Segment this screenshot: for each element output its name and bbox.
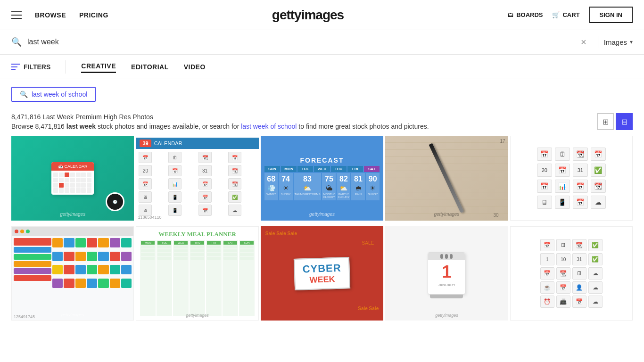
calendar-icons-grid: 39 CALENDAR 📅 🗓 📆 📅 20 📅 31 📆 📅 📊 📅 📆 xyxy=(136,138,258,219)
icon2-item: 📅 xyxy=(540,239,554,251)
cal-icon-item: 📱 xyxy=(168,205,182,216)
cart-link[interactable]: 🛒 CART xyxy=(552,11,579,18)
boards-icon: 🗂 xyxy=(507,11,513,18)
tab-editorial[interactable]: EDITORIAL xyxy=(131,61,169,73)
icon-item: 📅 xyxy=(555,164,570,177)
planner-grid: MON TUE WED THU FRI SAT SUN xyxy=(140,240,254,316)
cal-icon-item: 📅 xyxy=(168,165,182,176)
hamburger-menu[interactable] xyxy=(11,11,22,19)
cal-icon-item: 📅 xyxy=(198,191,212,203)
filters-label: FILTERS xyxy=(24,63,50,71)
image-card-3[interactable]: FORECAST SUN MON TUE WED THU FRI SAT 68💨… xyxy=(261,136,383,221)
search-divider xyxy=(598,35,598,49)
logo: gettyimages xyxy=(272,8,344,23)
view-toggle: ⊞ ⊟ xyxy=(597,113,633,130)
icon2-item: 📅 xyxy=(556,281,570,294)
browse-link[interactable]: BROWSE xyxy=(35,11,66,19)
forecast-title: FORECAST xyxy=(264,156,380,164)
icon2-item: 📆 xyxy=(556,267,570,280)
icon2-item: ✅ xyxy=(588,239,603,251)
icon-item: 📅 xyxy=(573,180,588,193)
grid-view-button[interactable]: ⊞ xyxy=(597,113,614,130)
image-card-5[interactable]: 📅 🗓 📆 📅 20 📅 31 ✅ 📅 📊 📅 📆 🖥 📱 📅 ☁ xyxy=(510,136,633,221)
pricing-link[interactable]: PRICING xyxy=(79,11,108,19)
image-card-9[interactable]: 1 JANUARY gettyimages xyxy=(385,226,508,321)
icon-item: 📅 xyxy=(537,180,552,193)
icon2-item: ☁ xyxy=(588,267,603,280)
icon2-item: ☁ xyxy=(588,296,603,308)
cart-label: CART xyxy=(562,11,579,18)
icon2-item: 📅 xyxy=(540,267,554,280)
desk-calendar: 1 JANUARY xyxy=(428,252,465,295)
watermark-4: gettyimages xyxy=(434,212,459,217)
results-desc-prefix: Browse 8,471,816 xyxy=(11,123,66,130)
icon2-item: 📠 xyxy=(556,296,570,308)
forecast-day-sun: SUN xyxy=(264,166,280,172)
icon2-item: 1 xyxy=(540,253,554,265)
icon2-item: 📅 xyxy=(572,296,586,308)
icon-item: 20 xyxy=(537,164,552,177)
icon-item: 📊 xyxy=(555,180,570,193)
clock-overlay: 🕐 xyxy=(106,192,124,211)
image-number-6: 125491745 xyxy=(14,314,35,319)
image-card-8[interactable]: Sale Sale Sale Sale Sale SALE CYBER WEEK xyxy=(261,226,383,321)
watermark-3: gettyimages xyxy=(309,212,335,217)
filter-bar: FILTERS CREATIVE EDITORIAL VIDEO xyxy=(0,55,644,79)
icon2-item: 🗓 xyxy=(556,239,570,251)
forecast-day-wed: WED xyxy=(314,166,330,172)
cyber-week-visual: Sale Sale Sale Sale Sale SALE CYBER WEEK xyxy=(261,226,383,321)
calendar-number: 39 xyxy=(140,140,151,147)
search-input[interactable] xyxy=(27,38,581,46)
header: BROWSE PRICING gettyimages 🗂 BOARDS 🛒 CA… xyxy=(0,0,644,30)
desk-calendar-visual: 1 JANUARY xyxy=(385,226,508,321)
mosaic-view-button[interactable]: ⊟ xyxy=(616,113,633,130)
cyber-text-1: CYBER xyxy=(302,262,341,275)
filter-separator xyxy=(66,60,66,74)
icon-item: 📆 xyxy=(591,180,606,193)
mini-calendar-visual: 📅 CALENDAR xyxy=(51,162,94,195)
image-card-1[interactable]: 📅 CALENDAR 🕐 gettyimages xyxy=(11,136,134,221)
image-card-10[interactable]: 📅 🗓 📆 ✅ 1 10 31 ✅ 📅 📆 🗓 ☁ ☕ 📅 👤 ☁ ⏰ 📠 📅 xyxy=(510,226,633,321)
app-screenshot-visual xyxy=(12,227,133,320)
icon-item: ✅ xyxy=(591,164,606,177)
icon-item: ☁ xyxy=(591,196,606,209)
forecast-day-fri: FRI xyxy=(347,166,363,172)
clear-search-button[interactable]: × xyxy=(581,37,586,48)
image-card-7[interactable]: WEEKLY MEAL PLANNER MON TUE WED THU FRI … xyxy=(136,226,258,321)
cal-icon-item: 📅 xyxy=(228,152,241,163)
results-desc-suffix: to find more great stock photos and pict… xyxy=(297,123,429,130)
tab-creative[interactable]: CREATIVE xyxy=(81,60,116,73)
boards-link[interactable]: 🗂 BOARDS xyxy=(507,11,543,18)
cart-icon: 🛒 xyxy=(552,11,560,18)
icon2-item: 10 xyxy=(556,253,570,265)
filters-button[interactable]: FILTERS xyxy=(11,63,50,71)
cal-icon-item: 🖥 xyxy=(139,191,152,203)
image-card-2[interactable]: 39 CALENDAR 📅 🗓 📆 📅 20 📅 31 📆 📅 📊 📅 📆 xyxy=(136,136,258,221)
planner-title: WEEKLY MEAL PLANNER xyxy=(140,230,254,238)
image-grid-row2: gettyimages 125491745 WEEKLY MEAL PLANNE… xyxy=(0,224,644,322)
results-link[interactable]: last week of school xyxy=(241,123,297,130)
cal-icon-item: ✅ xyxy=(228,191,241,203)
image-grid-row1: 📅 CALENDAR 🕐 gettyimages 39 CALENDAR xyxy=(0,134,644,222)
cal-icon-item: 31 xyxy=(198,165,212,176)
cal-icon-item: 📱 xyxy=(168,191,182,203)
watermark-6: gettyimages xyxy=(61,313,84,317)
image-card-6[interactable]: gettyimages 125491745 xyxy=(11,226,134,321)
icon2-item: 🗓 xyxy=(572,267,586,280)
cal-icon-item: 📊 xyxy=(168,178,182,189)
suggestion-bar: 🔍 last week of school xyxy=(0,79,644,109)
chip-search-icon: 🔍 xyxy=(20,90,28,98)
image-type-selector[interactable]: Images ▾ xyxy=(604,38,633,46)
icon2-item: 📆 xyxy=(572,239,586,251)
icon-item: 🗓 xyxy=(555,148,570,161)
suggestion-chip[interactable]: 🔍 last week of school xyxy=(11,87,96,102)
calendar-header-text: CALENDAR xyxy=(154,140,182,146)
sign-in-button[interactable]: SIGN IN xyxy=(589,7,633,23)
icon-item: 📅 xyxy=(591,148,606,161)
cyber-sign: CYBER WEEK xyxy=(294,256,350,290)
tab-video[interactable]: VIDEO xyxy=(184,61,206,73)
watermark-1: gettyimages xyxy=(60,212,85,217)
forecast-day-tue: TUE xyxy=(297,166,313,172)
icon2-item: ⏰ xyxy=(540,296,554,308)
image-card-4[interactable]: 17 30 gettyimages xyxy=(385,136,508,221)
